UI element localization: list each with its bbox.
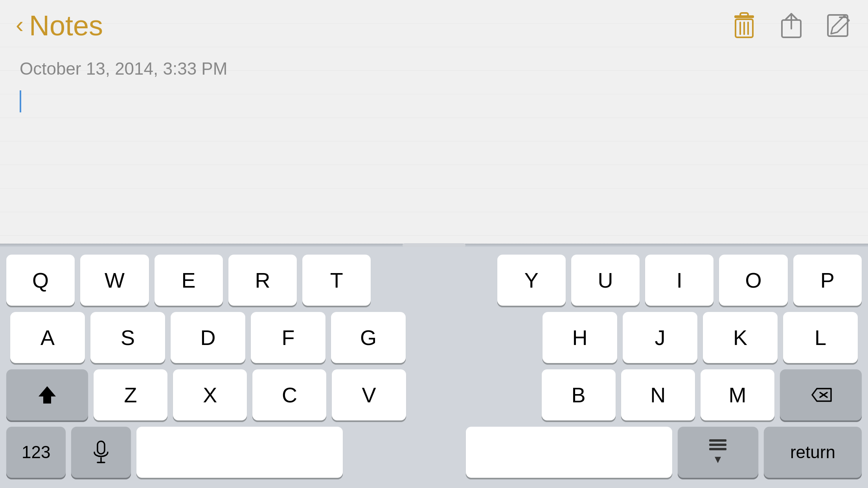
keyboard-row-2: A S D F G H J K L <box>6 312 862 363</box>
keyboard-handle <box>403 243 465 247</box>
keyboard-gap-1 <box>376 255 491 306</box>
text-cursor <box>20 90 21 112</box>
key-i[interactable]: I <box>645 255 714 306</box>
key-f[interactable]: F <box>251 312 326 363</box>
mic-key[interactable] <box>71 427 131 478</box>
key-l[interactable]: L <box>783 312 858 363</box>
key-o[interactable]: O <box>719 255 787 306</box>
keyboard-gap-bottom <box>348 427 460 478</box>
numbers-key[interactable]: 123 <box>6 427 66 478</box>
space-key-right[interactable] <box>466 427 672 478</box>
keyboard-row-1: Q W E R T Y U I O P <box>6 255 862 306</box>
key-y[interactable]: Y <box>497 255 566 306</box>
text-cursor-line[interactable] <box>0 86 868 116</box>
key-a[interactable]: A <box>10 312 85 363</box>
key-c[interactable]: C <box>252 369 326 420</box>
key-x[interactable]: X <box>173 369 247 420</box>
share-button[interactable] <box>778 12 805 39</box>
key-e[interactable]: E <box>154 255 223 306</box>
chevron-left-icon: ‹ <box>16 13 24 37</box>
key-b[interactable]: B <box>542 369 616 420</box>
key-z[interactable]: Z <box>94 369 167 420</box>
back-button[interactable]: ‹ Notes <box>16 9 103 42</box>
key-v[interactable]: V <box>332 369 406 420</box>
keyboard-area: Q W E R T Y U I O P A S D F G H J K L Z … <box>0 247 868 488</box>
svg-rect-1 <box>740 13 748 16</box>
return-key[interactable]: return <box>764 427 862 478</box>
keyboard-row-bottom: 123 ▾ return <box>6 427 862 478</box>
keyboard-gap-3 <box>412 369 536 420</box>
key-j[interactable]: J <box>623 312 697 363</box>
key-q[interactable]: Q <box>6 255 75 306</box>
key-r[interactable]: R <box>228 255 297 306</box>
delete-key[interactable] <box>780 369 862 420</box>
key-d[interactable]: D <box>171 312 245 363</box>
keyboard-row-3: Z X C V B N M <box>6 369 862 420</box>
key-s[interactable]: S <box>90 312 165 363</box>
keyboard-hide-key[interactable]: ▾ <box>678 427 758 478</box>
compose-button[interactable] <box>825 12 852 39</box>
key-n[interactable]: N <box>621 369 695 420</box>
app-title: Notes <box>29 9 103 42</box>
trash-button[interactable] <box>730 12 758 39</box>
svg-rect-13 <box>97 441 105 454</box>
key-p[interactable]: P <box>793 255 862 306</box>
key-h[interactable]: H <box>542 312 617 363</box>
shift-key[interactable] <box>6 369 88 420</box>
key-g[interactable]: G <box>331 312 406 363</box>
key-u[interactable]: U <box>571 255 640 306</box>
key-w[interactable]: W <box>80 255 149 306</box>
key-m[interactable]: M <box>701 369 774 420</box>
toolbar-right <box>730 12 852 39</box>
notes-area: ‹ Notes <box>0 0 868 244</box>
keyboard-divider <box>0 244 868 247</box>
key-t[interactable]: T <box>302 255 371 306</box>
note-date: October 13, 2014, 3:33 PM <box>0 51 868 86</box>
top-bar: ‹ Notes <box>0 0 868 51</box>
keyboard-gap-2 <box>411 312 537 363</box>
key-k[interactable]: K <box>703 312 778 363</box>
svg-marker-10 <box>39 386 56 404</box>
space-key-left[interactable] <box>136 427 343 478</box>
